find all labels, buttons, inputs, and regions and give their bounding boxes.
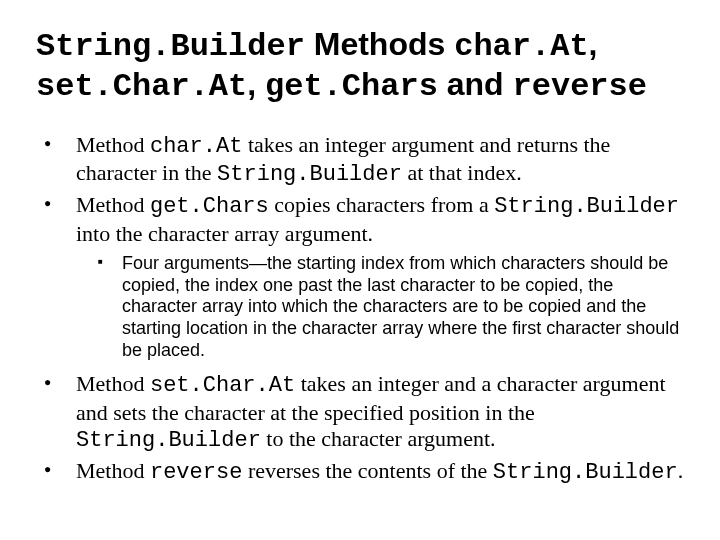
b3-text-e: to the character argument.	[261, 426, 496, 451]
sub-bullet-list: Four arguments—the starting index from w…	[76, 253, 684, 361]
title-text-3: ,	[247, 66, 265, 102]
bullet-item-3: Method set.Char.At takes an integer and …	[36, 371, 684, 454]
b4-text-a: Method	[76, 458, 150, 483]
b4-code-d: String.Builder	[493, 460, 678, 485]
b3-code-b: set.Char.At	[150, 373, 295, 398]
title-code-4: get.Chars	[265, 68, 438, 105]
sub-bullet-item: Four arguments—the starting index from w…	[76, 253, 684, 361]
b1-code-d: String.Builder	[217, 162, 402, 187]
b1-text-e: at that index.	[402, 160, 522, 185]
title-code-1: String.Builder	[36, 28, 305, 65]
b3-code-d: String.Builder	[76, 428, 261, 453]
b2-text-c: copies characters from a	[269, 192, 494, 217]
bullet-item-4: Method reverse reverses the contents of …	[36, 458, 684, 486]
title-text-2: ,	[589, 26, 598, 62]
b1-code-b: char.At	[150, 134, 242, 159]
title-code-3: set.Char.At	[36, 68, 247, 105]
b4-text-c: reverses the contents of the	[242, 458, 492, 483]
b4-text-e: .	[678, 458, 684, 483]
slide-title: String.Builder Methods char.At, set.Char…	[36, 26, 684, 106]
b3-text-a: Method	[76, 371, 150, 396]
title-code-5: reverse	[513, 68, 647, 105]
title-text-4: and	[438, 66, 513, 102]
b2-text-a: Method	[76, 192, 150, 217]
title-text-1: Methods	[305, 26, 454, 62]
bullet-item-1: Method char.At takes an integer argument…	[36, 132, 684, 189]
title-code-2: char.At	[454, 28, 588, 65]
bullet-list: Method char.At takes an integer argument…	[36, 132, 684, 487]
b2-code-b: get.Chars	[150, 194, 269, 219]
b1-text-a: Method	[76, 132, 150, 157]
bullet-item-2: Method get.Chars copies characters from …	[36, 192, 684, 361]
b2-code-d: String.Builder	[494, 194, 679, 219]
b2sub-text: Four arguments—the starting index from w…	[122, 253, 679, 359]
b2-text-e: into the character array argument.	[76, 221, 373, 246]
slide: String.Builder Methods char.At, set.Char…	[0, 0, 720, 540]
b4-code-b: reverse	[150, 460, 242, 485]
